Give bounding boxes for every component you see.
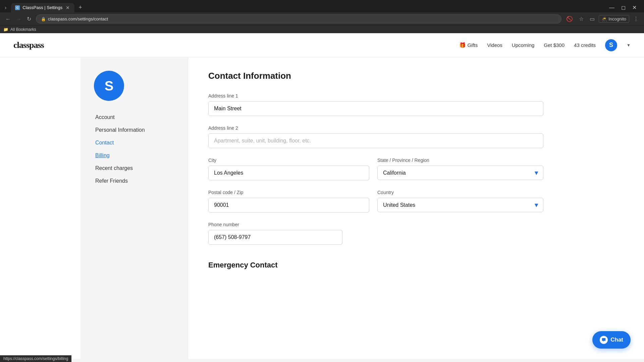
postal-group: Postal code / Zip	[208, 190, 369, 222]
nav-gifts-link[interactable]: 🎁 Gifts	[459, 42, 478, 48]
nav-links: 🎁 Gifts Videos Upcoming Get $300 43 cred…	[459, 39, 631, 51]
nav-gifts-label: Gifts	[467, 42, 478, 48]
address-line1-label: Address line 1	[208, 93, 543, 99]
chat-button[interactable]: Chat	[592, 331, 631, 349]
page-title: Contact Information	[208, 71, 543, 81]
city-state-row: City State / Province / Region Californi…	[208, 158, 543, 190]
nav-get300-link[interactable]: Get $300	[544, 42, 565, 48]
country-form-group: Country United States Canada United King…	[377, 190, 543, 212]
emergency-contact-title: Emergency Contact	[208, 261, 543, 269]
browser-nav-buttons: ← → ↻	[3, 14, 33, 23]
minimize-button[interactable]: —	[607, 3, 616, 12]
state-form-group: State / Province / Region California New…	[377, 158, 543, 180]
phone-label: Phone number	[208, 222, 543, 227]
sidebar-avatar: S	[94, 71, 124, 101]
status-bar: https://classpass.com/settings/billing	[0, 355, 71, 359]
nav-avatar[interactable]: S	[605, 39, 617, 51]
restore-button[interactable]: ◻	[619, 3, 628, 12]
sidebar: S Account Personal Information Contact B…	[80, 57, 188, 359]
sidebar-item-contact[interactable]: Contact	[94, 137, 174, 148]
nav-credits: 43 credits	[574, 42, 596, 48]
url-text: classpass.com/settings/contact	[48, 16, 556, 21]
tab-title: ClassPass | Settings	[22, 5, 62, 10]
address-line1-group: Address line 1	[208, 93, 543, 116]
window-controls: — ◻ ✕	[607, 3, 641, 12]
bookmarks-label: All Bookmarks	[10, 27, 36, 32]
gift-icon: 🎁	[459, 42, 466, 48]
nav-videos-label: Videos	[487, 42, 502, 48]
browser-toolbar: ← → ↻ 🔒 classpass.com/settings/contact 🚫…	[0, 12, 644, 25]
postal-country-row: Postal code / Zip Country United States …	[208, 190, 543, 222]
chat-bubble-icon	[601, 338, 606, 342]
nav-get300-label: Get $300	[544, 42, 565, 48]
tab-close-button[interactable]: ✕	[65, 5, 70, 10]
profile-icon[interactable]: ▭	[588, 14, 597, 23]
city-group: City	[208, 158, 369, 190]
app-logo: classpass	[13, 40, 44, 50]
eye-slash-icon[interactable]: 🚫	[564, 14, 575, 23]
sidebar-item-account[interactable]: Account	[94, 112, 174, 123]
lock-icon: 🔒	[41, 17, 46, 21]
bookmarks-folder-icon: 📁	[3, 27, 8, 32]
incognito-icon: 🥷	[602, 16, 607, 21]
sidebar-item-personal-information[interactable]: Personal Information	[94, 124, 174, 136]
sidebar-nav: Account Personal Information Contact Bil…	[94, 112, 174, 187]
active-tab[interactable]: C ClassPass | Settings ✕	[11, 3, 74, 12]
emergency-contact-section: Emergency Contact	[208, 261, 543, 269]
new-tab-button[interactable]: +	[76, 3, 85, 12]
state-select-wrapper: California New York Texas Florida Washin…	[377, 166, 543, 180]
tab-bar: › C ClassPass | Settings ✕ + — ◻ ✕	[0, 0, 644, 12]
country-group: Country United States Canada United King…	[377, 190, 543, 222]
sidebar-item-refer-friends[interactable]: Refer Friends	[94, 175, 174, 187]
tab-favicon: C	[15, 5, 20, 10]
tab-nav-controls: ›	[3, 3, 8, 12]
phone-input[interactable]	[208, 230, 342, 245]
app-nav: classpass 🎁 Gifts Videos Upcoming Get $3…	[0, 33, 644, 57]
browser-chrome: › C ClassPass | Settings ✕ + — ◻ ✕ ← → ↻…	[0, 0, 644, 33]
status-url: https://classpass.com/settings/billing	[3, 356, 68, 359]
nav-videos-link[interactable]: Videos	[487, 42, 502, 48]
phone-group: Phone number	[208, 222, 543, 245]
bookmark-icon[interactable]: ☆	[577, 14, 586, 23]
page-layout: S Account Personal Information Contact B…	[80, 57, 564, 359]
tab-list-button[interactable]: ›	[3, 3, 8, 12]
country-select-wrapper: United States Canada United Kingdom Aust…	[377, 198, 543, 212]
postal-form-group: Postal code / Zip	[208, 190, 369, 213]
chat-label: Chat	[610, 337, 623, 343]
address-line2-input[interactable]	[208, 133, 543, 148]
city-form-group: City	[208, 158, 369, 180]
city-label: City	[208, 158, 369, 163]
main-content: Contact Information Address line 1 Addre…	[188, 57, 564, 359]
sidebar-item-billing[interactable]: Billing	[94, 150, 174, 161]
address-line1-input[interactable]	[208, 101, 543, 116]
reload-button[interactable]: ↻	[25, 14, 33, 23]
bookmarks-bar: 📁 All Bookmarks	[0, 25, 644, 33]
nav-upcoming-link[interactable]: Upcoming	[512, 42, 535, 48]
chat-icon	[600, 336, 608, 344]
address-line2-group: Address line 2	[208, 125, 543, 148]
state-select[interactable]: California New York Texas Florida Washin…	[377, 166, 543, 180]
toolbar-actions: 🚫 ☆ ▭ 🥷 Incognito ⋮	[564, 14, 641, 23]
postal-input[interactable]	[208, 198, 369, 213]
menu-button[interactable]: ⋮	[631, 14, 641, 23]
close-window-button[interactable]: ✕	[630, 3, 639, 12]
incognito-label: Incognito	[608, 16, 626, 21]
state-label: State / Province / Region	[377, 158, 543, 163]
back-button[interactable]: ←	[3, 14, 13, 23]
forward-button[interactable]: →	[14, 14, 23, 23]
nav-upcoming-label: Upcoming	[512, 42, 535, 48]
incognito-badge[interactable]: 🥷 Incognito	[599, 15, 629, 23]
state-group: State / Province / Region California New…	[377, 158, 543, 190]
postal-label: Postal code / Zip	[208, 190, 369, 195]
nav-chevron-down-icon[interactable]: ▼	[627, 43, 631, 48]
country-select[interactable]: United States Canada United Kingdom Aust…	[377, 198, 543, 212]
country-label: Country	[377, 190, 543, 195]
address-bar[interactable]: 🔒 classpass.com/settings/contact	[36, 14, 561, 23]
app-container: classpass 🎁 Gifts Videos Upcoming Get $3…	[0, 33, 644, 359]
address-line2-label: Address line 2	[208, 125, 543, 131]
city-input[interactable]	[208, 166, 369, 180]
sidebar-item-recent-charges[interactable]: Recent charges	[94, 163, 174, 174]
